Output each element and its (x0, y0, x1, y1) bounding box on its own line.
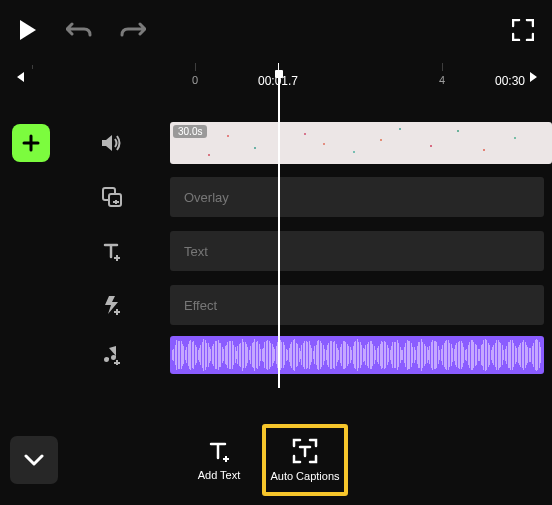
overlay-track-icon[interactable] (82, 187, 142, 207)
add-text-label: Add Text (198, 469, 241, 481)
effect-track-label: Effect (184, 298, 217, 313)
text-track-icon[interactable] (82, 241, 142, 261)
add-track-button[interactable] (12, 124, 50, 162)
playhead-handle[interactable] (275, 70, 283, 78)
prev-frame-button[interactable] (12, 70, 26, 84)
ruler-mid-label: 4 (439, 74, 445, 86)
text-track-label: Text (184, 244, 208, 259)
text-track[interactable]: Text (170, 231, 544, 271)
auto-captions-label: Auto Captions (270, 470, 339, 482)
fullscreen-button[interactable] (512, 19, 534, 41)
next-frame-button[interactable] (528, 70, 542, 84)
video-clip[interactable]: 30.0s (170, 122, 552, 164)
end-time-label: 00:30 (495, 74, 525, 88)
audio-clip[interactable] (170, 336, 544, 374)
redo-button[interactable] (120, 22, 146, 38)
effect-track[interactable]: Effect (170, 285, 544, 325)
volume-icon[interactable] (82, 133, 142, 153)
auto-captions-action[interactable]: Auto Captions (262, 424, 348, 496)
time-ruler[interactable]: 0 00:01.7 4 00:30 (0, 60, 552, 100)
clip-duration-badge: 30.0s (173, 125, 207, 138)
audio-track-icon[interactable] (82, 345, 142, 365)
playhead[interactable] (278, 78, 280, 388)
ruler-zero-label: 0 (192, 74, 198, 86)
add-text-action[interactable]: Add Text (176, 424, 262, 496)
effect-track-icon[interactable] (82, 295, 142, 315)
undo-button[interactable] (66, 22, 92, 38)
collapse-button[interactable] (10, 436, 58, 484)
overlay-track-label: Overlay (184, 190, 229, 205)
overlay-track[interactable]: Overlay (170, 177, 544, 217)
play-button[interactable] (18, 19, 38, 41)
